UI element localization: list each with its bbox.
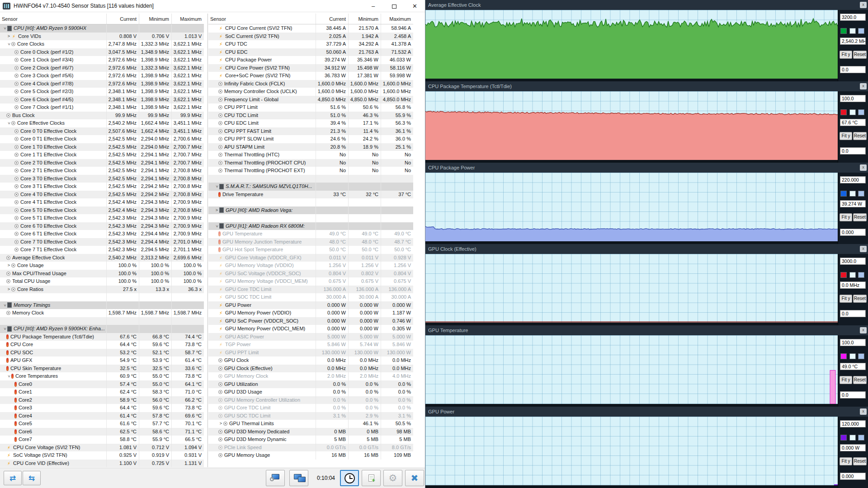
fit-y-button[interactable]: Fit y: [840, 51, 852, 59]
sensor-row[interactable]: GPU Memory Junction Temperature48.0 °C48…: [208, 238, 413, 246]
series-color-swatch[interactable]: [840, 272, 847, 278]
sensor-row[interactable]: ⚡GPU SoC Voltage (VDDCR_SOC)0.804 V0.802…: [208, 270, 413, 278]
sensor-row[interactable]: ⚡GPU PPT Limit130.000 W130.000 W130.000 …: [208, 349, 413, 357]
sensor-row[interactable]: Core258.9 °C56.0 °C66.2 °C: [0, 396, 204, 404]
sensor-row[interactable]: ⚡GPU SoC Power (VDDCR_SOC)0.000 W0.000 W…: [208, 317, 413, 325]
sensor-row[interactable]: Core 6 Clock (perf #4/5)2,348.1 MHz1,398…: [0, 96, 204, 104]
current-value-box[interactable]: 0.0 MHz: [840, 282, 866, 289]
sensor-row[interactable]: Core 3 Clock (perf #5/6)2,972.6 MHz1,398…: [0, 72, 204, 80]
sensor-row[interactable]: ⚡GPU SOC TDC Limit30.000 A30.000 A30.000…: [208, 293, 413, 301]
sensor-row[interactable]: PCIe Link Speed0.0 GT/s0.0 GT/s8.0 GT/s: [208, 444, 413, 452]
sensor-row[interactable]: Core 3 T0 Effective Clock2,542.5 MHz2,29…: [0, 175, 204, 183]
scale-max-input[interactable]: 220.000: [840, 176, 866, 183]
current-value-box[interactable]: 49.0 °C: [840, 363, 866, 370]
sensor-row[interactable]: ⚡GPU Memory Voltage (VDDCI_MEM)0.675 V0.…: [208, 277, 413, 286]
sensor-row[interactable]: CPU Core64.4 °C59.6 °C73.8 °C: [0, 341, 204, 349]
graph-titlebar[interactable]: CPU Package Powerx: [425, 163, 868, 173]
fit-y-button[interactable]: Fit y: [840, 213, 852, 221]
expander-open-icon[interactable]: >: [5, 121, 13, 126]
sensor-row[interactable]: >Core Usage100.0 %100.0 %100.0 %: [0, 262, 204, 270]
sensor-row[interactable]: ⚡GPU Core Voltage (VDDCR_GFX)0.011 V0.01…: [208, 254, 413, 262]
sensor-row[interactable]: CPU Package Temperature (Tctl/Tdie)67.6 …: [0, 333, 204, 341]
plot-background-swatch[interactable]: [849, 109, 856, 115]
sensor-row[interactable]: GPU Hot Spot Temperature50.0 °C50.0 °C50…: [208, 246, 413, 254]
sensor-row[interactable]: GPU Memory Usage16 MB16 MB109 MB: [208, 451, 413, 460]
graph-plot[interactable]: [425, 254, 838, 323]
section-row[interactable]: >CPU [#0]: AMD Ryzen 9 5900HX: [0, 24, 204, 33]
sensor-row[interactable]: Core 0 T0 Effective Clock2,507.6 MHz1,66…: [0, 127, 204, 136]
sensor-row[interactable]: Core 1 Clock (perf #3/4)2,972.6 MHz1,398…: [0, 56, 204, 64]
sensor-row[interactable]: ⚡GPU ASIC Power5.000 W5.000 W5.000 W: [208, 333, 413, 341]
sensor-row[interactable]: Core561.6 °C57.7 °C70.1 °C: [0, 420, 204, 428]
sensor-row[interactable]: CPU Skin Temperature32.5 °C32.5 °C33.6 °…: [0, 365, 204, 373]
system-summary-button[interactable]: [266, 470, 285, 486]
window-titlebar[interactable]: HWiNFO64 v7.10-4540 Sensor Status [116 v…: [0, 0, 425, 12]
expander-open-icon[interactable]: >: [213, 224, 221, 229]
sensor-row[interactable]: Core758.8 °C55.9 °C66.5 °C: [0, 436, 204, 444]
scale-max-input[interactable]: 3200.0: [840, 14, 866, 21]
sensor-row[interactable]: Core057.4 °C55.0 °C64.1 °C: [0, 380, 204, 389]
expander-closed-icon[interactable]: >: [6, 33, 11, 41]
scale-min-input[interactable]: 0.000: [840, 473, 866, 480]
reorder-arrows-button[interactable]: ⇄: [4, 471, 22, 485]
graph-plot[interactable]: [425, 91, 838, 160]
graph-close-button[interactable]: x: [860, 408, 867, 415]
sensor-row[interactable]: GPU Clock (Effective)0.0 MHz0.0 MHz0.0 M…: [208, 365, 413, 373]
graph-plot[interactable]: [425, 10, 838, 79]
sensor-row[interactable]: APU GFX54.9 °C53.9 °C61.4 °C: [0, 357, 204, 365]
section-row[interactable]: >CPU [#0]: AMD Ryzen 9 5900HX: Enha...: [0, 325, 204, 333]
sensor-row[interactable]: Drive Temperature33 °C32 °C37 °C: [208, 191, 413, 199]
sensor-row[interactable]: >⚡Core VIDs0.808 V0.706 V1.013 V: [0, 33, 204, 41]
graph-titlebar[interactable]: GPU Powerx: [425, 407, 868, 417]
maximize-button[interactable]: [384, 0, 404, 12]
sensor-row[interactable]: ⚡GPU Memory Power (VDDCI_MEM)0.000 W0.00…: [208, 325, 413, 333]
plot-background-swatch[interactable]: [849, 191, 856, 197]
sensor-row[interactable]: ⚡GPU Memory Voltage (VDDIO)1.256 V1.256 …: [208, 262, 413, 270]
sensor-row[interactable]: ⚡GPU Core TDC Limit136.000 A136.000 A136…: [208, 286, 413, 294]
sensor-row[interactable]: GPU SOC TDC Limit3.1 %2.9 %3.1 %: [208, 412, 413, 420]
reset-button[interactable]: Reset: [853, 376, 867, 384]
plot-background-swatch[interactable]: [849, 435, 856, 441]
reorder-arrows-alt-button[interactable]: ⇆: [23, 471, 41, 485]
remote-monitoring-button[interactable]: [289, 470, 308, 486]
sensor-row[interactable]: Total CPU Usage100.0 %100.0 %100.0 %: [0, 277, 204, 286]
reset-button[interactable]: Reset: [853, 132, 867, 140]
expander-open-icon[interactable]: >: [213, 184, 221, 189]
grid-color-swatch[interactable]: [858, 435, 864, 441]
graph-titlebar[interactable]: GPU Temperaturex: [425, 325, 868, 335]
sensor-row[interactable]: ⚡CPU EDC50.060 A21.763 A71.532 A: [208, 48, 413, 56]
sensor-row[interactable]: Max CPU/Thread Usage100.0 %100.0 %100.0 …: [0, 270, 204, 278]
clock-button[interactable]: [340, 470, 359, 486]
sensor-row[interactable]: >Core Temperatures60.9 °C55.0 °C73.8 °C: [0, 372, 204, 380]
expander-closed-icon[interactable]: >: [218, 420, 223, 428]
sensor-row[interactable]: GPU D3D Usage0.0 %0.0 %0.0 %: [208, 388, 413, 396]
sensor-row[interactable]: Thermal Throttling (PROCHOT EXT)NoNoNo: [208, 167, 413, 175]
sensor-row[interactable]: GPU Memory Clock2.0 MHz2.0 MHz4.0 MHz: [208, 372, 413, 380]
sensor-row[interactable]: ⚡TGP Power5.846 W5.744 W5.846 W: [208, 341, 413, 349]
sensor-row[interactable]: APU STAPM Limit20.8 %18.9 %25.1 %: [208, 143, 413, 151]
sensor-row[interactable]: Core 5 T1 Effective Clock2,542.3 MHz2,29…: [0, 214, 204, 222]
sensor-row[interactable]: >Core Clocks2,747.8 MHz1,332.3 MHz3,622.…: [0, 40, 204, 48]
scale-min-input[interactable]: 0.0: [840, 391, 866, 399]
column-header-current[interactable]: Current: [316, 14, 348, 24]
series-color-swatch[interactable]: [840, 109, 847, 115]
sensor-row[interactable]: GPU D3D Memory Dedicated0 MB0 MB98 MB: [208, 428, 413, 436]
current-value-box[interactable]: 67.6 °C: [840, 119, 866, 126]
sensor-row[interactable]: ⚡GPU Power0.000 W0.000 W0.000 W: [208, 301, 413, 310]
sensor-row[interactable]: Thermal Throttling (PROCHOT CPU)NoNoNo: [208, 159, 413, 167]
sensor-row[interactable]: >Core Ratios27.5 x13.3 x36.3 x: [0, 286, 204, 294]
expander-closed-icon[interactable]: >: [214, 206, 219, 215]
sensor-row[interactable]: Frequency Limit - Global4,850.0 MHz4,850…: [208, 96, 413, 104]
sensor-row[interactable]: Core 6 T0 Effective Clock2,542.3 MHz2,29…: [0, 222, 204, 230]
scale-min-input[interactable]: 0.000: [840, 229, 866, 236]
column-header-maximum[interactable]: Maximum: [171, 14, 204, 24]
sensor-row[interactable]: Core 0 T1 Effective Clock2,542.5 MHz2,29…: [0, 135, 204, 143]
sensor-row[interactable]: Core364.4 °C59.6 °C73.8 °C: [0, 404, 204, 412]
sensor-row[interactable]: Memory Clock1,598.7 MHz1,598.7 MHz1,598.…: [0, 309, 204, 317]
sensor-row[interactable]: Core 1 T1 Effective Clock2,542.5 MHz2,29…: [0, 151, 204, 159]
graph-titlebar[interactable]: CPU Package Temperature (Tctl/Tdie)x: [425, 81, 868, 91]
sensor-row[interactable]: GPU Memory Controller Utilization0.0 %0.…: [208, 396, 413, 404]
sensor-row[interactable]: ⚡SoC Voltage (SVI2 TFN)0.925 V0.919 V0.9…: [0, 451, 204, 460]
current-value-box[interactable]: 2,540.2 MHz: [840, 38, 866, 45]
sensor-row[interactable]: Memory Controller Clock (UCLK)1,600.0 MH…: [208, 88, 413, 96]
